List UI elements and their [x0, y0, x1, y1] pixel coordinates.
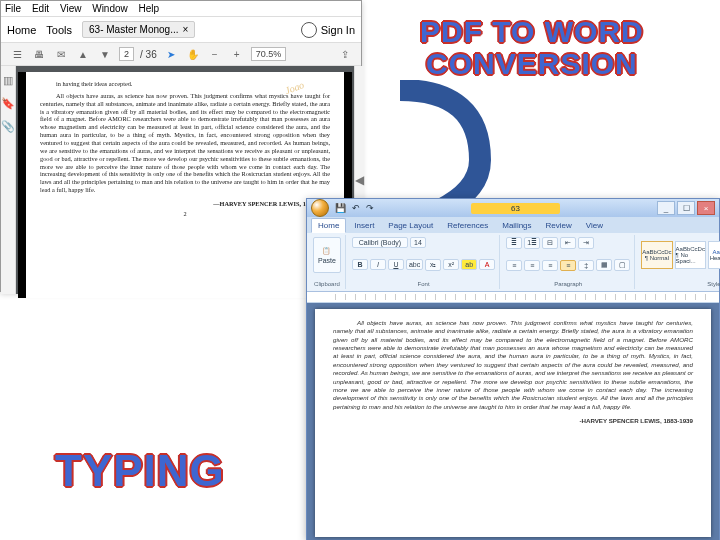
word-paragraph: All objects have auras, as science has n… — [333, 319, 693, 411]
word-attribution: -HARVEY SPENCER LEWIS, 1883-1939 — [333, 417, 693, 425]
style-no-spacing[interactable]: AaBbCcDc ¶ No Spaci... — [675, 241, 706, 269]
word-page-content: All objects have auras, as science has n… — [315, 309, 711, 537]
pdf-page-content: Joao in having their ideas accepted. All… — [18, 72, 352, 298]
ribbon-group-clipboard: 📋 Paste Clipboard — [309, 235, 346, 289]
tab-document-label: 63- Master Monog... — [89, 24, 178, 35]
paste-button[interactable]: 📋 Paste — [313, 237, 341, 273]
qat-undo-icon[interactable]: ↶ — [352, 203, 360, 213]
font-color-button[interactable]: A — [479, 259, 495, 270]
print-icon[interactable]: 🖶 — [31, 46, 47, 62]
shading-button[interactable]: ▦ — [596, 259, 612, 271]
page-number-input[interactable]: 2 — [119, 47, 134, 61]
menu-help[interactable]: Help — [139, 3, 160, 14]
pdf-toolbar-secondary: ☰ 🖶 ✉ ▲ ▼ 2 / 36 ➤ ✋ − + 70.5% ⇪ — [1, 43, 361, 66]
mail-icon[interactable]: ✉ — [53, 46, 69, 62]
tab-document[interactable]: 63- Master Monog... × — [82, 21, 195, 38]
zoom-out-icon[interactable]: − — [207, 46, 223, 62]
italic-button[interactable]: I — [370, 259, 386, 270]
page-total: / 36 — [140, 49, 157, 60]
ribbon-group-font: Calibri (Body) 14 B I U abc x₂ x² ab A F… — [348, 235, 500, 289]
office-orb-icon[interactable] — [311, 199, 329, 217]
menu-view[interactable]: View — [60, 3, 82, 14]
zoom-in-icon[interactable]: + — [229, 46, 245, 62]
highlight-button[interactable]: ab — [461, 259, 477, 270]
underline-button[interactable]: U — [388, 259, 404, 270]
qat-save-icon[interactable]: 💾 — [335, 203, 346, 213]
align-right-button[interactable]: ≡ — [542, 260, 558, 271]
font-name-combo[interactable]: Calibri (Body) — [352, 237, 408, 248]
page-down-icon[interactable]: ▼ — [97, 46, 113, 62]
clipboard-label: Clipboard — [313, 281, 341, 287]
line-spacing-button[interactable]: ‡ — [578, 260, 594, 271]
ribbon: 📋 Paste Clipboard Calibri (Body) 14 B I … — [307, 233, 719, 292]
sign-in-label: Sign In — [321, 24, 355, 36]
word-viewport[interactable]: All objects have auras, as science has n… — [307, 303, 719, 540]
numbering-button[interactable]: 1≣ — [524, 237, 540, 249]
ribbon-tab-layout[interactable]: Page Layout — [382, 219, 439, 233]
paragraph-label: Paragraph — [506, 281, 630, 287]
menu-window[interactable]: Window — [92, 3, 128, 14]
pdf-toolbar: Home Tools 63- Master Monog... × Sign In — [1, 17, 361, 43]
qat-redo-icon[interactable]: ↷ — [366, 203, 374, 213]
multilevel-button[interactable]: ⊟ — [542, 237, 558, 249]
bookmarks-icon[interactable]: 🔖 — [1, 97, 15, 110]
ribbon-tab-mailings[interactable]: Mailings — [496, 219, 537, 233]
menu-file[interactable]: File — [5, 3, 21, 14]
pointer-icon[interactable]: ➤ — [163, 46, 179, 62]
avatar-icon — [301, 22, 317, 38]
font-label: Font — [352, 281, 495, 287]
sign-in[interactable]: Sign In — [301, 22, 355, 38]
pdf-menubar: File Edit View Window Help — [1, 1, 361, 17]
pdf-left-rail: ▥ 🔖 📎 — [1, 66, 16, 294]
indent-dec-button[interactable]: ⇤ — [560, 237, 576, 249]
ribbon-tab-view[interactable]: View — [580, 219, 609, 233]
font-size-combo[interactable]: 14 — [410, 237, 426, 248]
word-window: 💾 ↶ ↷ 63 _ ☐ × Home Insert Page Layout R… — [306, 198, 720, 540]
style-normal[interactable]: AaBbCcDc ¶ Normal — [641, 241, 672, 269]
bullets-button[interactable]: ≣ — [506, 237, 522, 249]
window-controls: _ ☐ × — [657, 201, 715, 215]
pdf-attribution: —HARVEY SPENCER LEWIS, 1883-1939 — [40, 200, 330, 208]
ribbon-tab-home[interactable]: Home — [311, 218, 346, 233]
style-heading-1[interactable]: AaBbCc Heading 1 — [708, 241, 720, 269]
paste-icon: 📋 — [322, 247, 331, 255]
bold-button[interactable]: B — [352, 259, 368, 270]
page-up-icon[interactable]: ▲ — [75, 46, 91, 62]
indent-inc-button[interactable]: ⇥ — [578, 237, 594, 249]
ribbon-group-paragraph: ≣ 1≣ ⊟ ⇤ ⇥ ≡ ≡ ≡ ≡ ‡ ▦ ▢ Paragraph — [502, 235, 635, 289]
tab-tools[interactable]: Tools — [46, 24, 72, 36]
pdf-viewport[interactable]: Joao in having their ideas accepted. All… — [16, 66, 354, 294]
borders-button[interactable]: ▢ — [614, 259, 630, 271]
zoom-level[interactable]: 70.5% — [251, 47, 287, 61]
ribbon-tab-references[interactable]: References — [441, 219, 494, 233]
tab-close-icon[interactable]: × — [183, 24, 189, 35]
sidebar-toggle-icon[interactable]: ☰ — [9, 46, 25, 62]
pdf-page-number: 2 — [40, 210, 330, 218]
justify-button[interactable]: ≡ — [560, 260, 576, 271]
ribbon-group-styles: AaBbCcDc ¶ Normal AaBbCcDc ¶ No Spaci...… — [637, 235, 720, 289]
align-center-button[interactable]: ≡ — [524, 260, 540, 271]
menu-edit[interactable]: Edit — [32, 3, 49, 14]
minimize-button[interactable]: _ — [657, 201, 675, 215]
tab-home[interactable]: Home — [7, 24, 36, 36]
word-title-text: 63 — [471, 203, 560, 214]
maximize-button[interactable]: ☐ — [677, 201, 695, 215]
pdf-paragraph: All objects have auras, as science has n… — [40, 92, 330, 194]
annotation-top: PDF TO WORD CONVERSION — [420, 16, 644, 79]
strike-button[interactable]: abc — [406, 259, 423, 270]
annotation-bottom: TYPING — [55, 448, 225, 494]
hand-icon[interactable]: ✋ — [185, 46, 201, 62]
attachments-icon[interactable]: 📎 — [1, 120, 15, 133]
thumbnails-icon[interactable]: ▥ — [3, 74, 13, 87]
styles-label: Styles — [641, 281, 720, 287]
ribbon-tab-review[interactable]: Review — [540, 219, 578, 233]
align-left-button[interactable]: ≡ — [506, 260, 522, 271]
ribbon-tab-insert[interactable]: Insert — [348, 219, 380, 233]
superscript-button[interactable]: x² — [443, 259, 459, 270]
ruler[interactable] — [307, 292, 719, 303]
share-icon[interactable]: ⇪ — [337, 46, 353, 62]
word-titlebar: 💾 ↶ ↷ 63 _ ☐ × — [307, 199, 719, 217]
subscript-button[interactable]: x₂ — [425, 259, 441, 271]
collapse-right-icon[interactable]: ◀ — [355, 173, 364, 187]
close-button[interactable]: × — [697, 201, 715, 215]
